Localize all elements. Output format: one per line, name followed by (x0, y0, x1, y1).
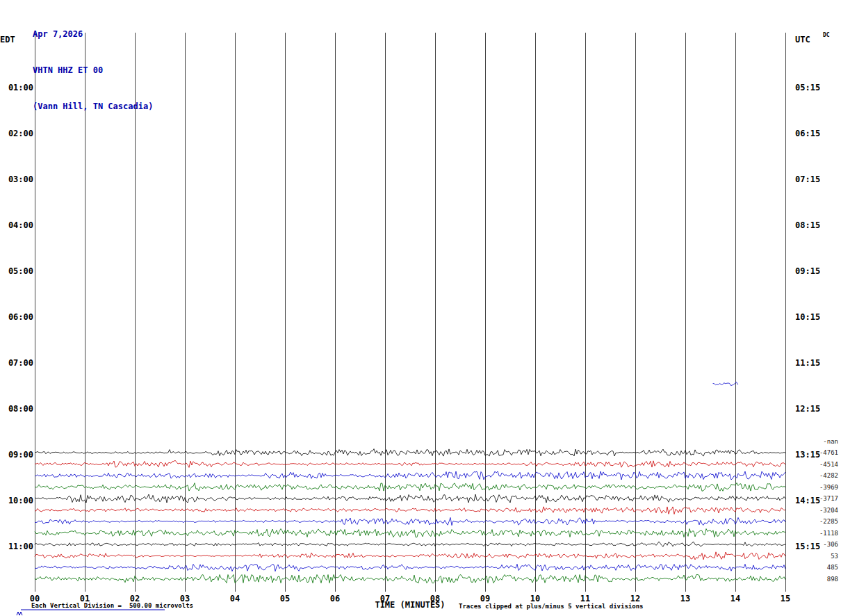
trace-1000 (35, 494, 785, 503)
left-axis-tick: 03:00 (0, 175, 33, 184)
right-axis-tick: 11:15 (795, 358, 820, 368)
left-axis-tick: 05:00 (0, 266, 33, 276)
dc-value: -306 (805, 541, 838, 548)
station-code-label: VHTN HHZ ET 00 (33, 65, 153, 75)
left-axis-label: EDT (0, 35, 15, 44)
x-axis-tick: 05 (277, 594, 293, 603)
dc-value: 53 (805, 553, 838, 560)
clip-note: Traces clipped at plus/minus 5 vertical … (459, 603, 644, 610)
trace-1145 (35, 575, 785, 583)
left-axis-tick: 01:00 (0, 83, 33, 92)
left-axis-tick: 11:00 (0, 542, 33, 551)
dc-column-label: DC (823, 32, 830, 38)
trace-1100 (35, 542, 785, 546)
dc-value: 898 (805, 576, 838, 583)
dc-value: -4282 (805, 472, 838, 479)
left-axis-tick: 02:00 (0, 129, 33, 138)
x-axis-tick: 12 (627, 594, 644, 603)
dc-value: -nan (805, 438, 838, 445)
right-axis-tick: 12:15 (795, 404, 820, 414)
dc-value: -3717 (805, 495, 838, 502)
trace-0730 (713, 382, 738, 386)
date-label: Apr 7,2026 (33, 29, 153, 39)
trace-1015 (35, 507, 785, 514)
right-axis-tick: 06:15 (795, 129, 820, 138)
trace-1045 (35, 529, 785, 537)
right-axis-tick: 05:15 (795, 83, 820, 92)
dc-value: -2285 (805, 518, 838, 525)
trace-1030 (35, 517, 785, 525)
right-axis-tick: 07:15 (795, 175, 820, 184)
trace-0915 (35, 460, 785, 467)
right-axis-tick: 10:15 (795, 312, 820, 322)
trace-1115 (35, 552, 785, 560)
x-axis-tick: 15 (777, 594, 794, 603)
x-axis-tick: 13 (677, 594, 694, 603)
left-axis-tick: 06:00 (0, 312, 33, 322)
left-axis-tick: 09:00 (0, 450, 33, 460)
x-axis-tick: 14 (727, 594, 744, 603)
left-axis-tick: 04:00 (0, 220, 33, 230)
trace-0930 (35, 471, 785, 480)
right-axis-label: UTC (795, 35, 810, 44)
x-axis-tick: 11 (577, 594, 594, 603)
dc-value: 485 (805, 564, 838, 571)
left-axis-tick: 08:00 (0, 404, 33, 414)
dc-value: -4761 (805, 449, 838, 456)
right-axis-tick: 08:15 (795, 220, 820, 230)
left-axis-tick: 10:00 (0, 496, 33, 505)
dc-value: -1118 (805, 530, 838, 537)
dc-value: -4514 (805, 461, 838, 468)
trace-1130 (35, 564, 785, 571)
squiggle-logo-icon (17, 612, 22, 615)
title-block: Apr 7,2026 VHTN HHZ ET 00 (Vann Hill, TN… (33, 3, 153, 124)
station-location-label: (Vann Hill, TN Cascadia) (33, 102, 153, 111)
dc-value: -3969 (805, 484, 838, 491)
x-axis-tick: 10 (527, 594, 544, 603)
trace-0900 (35, 449, 785, 457)
right-axis-tick: 09:15 (795, 266, 820, 276)
left-axis-tick: 07:00 (0, 358, 33, 368)
dc-value: -3204 (805, 507, 838, 514)
scale-note: Each Vertical Division = 500.00 microvol… (31, 602, 193, 609)
trace-0945 (35, 483, 785, 492)
x-axis-tick: 04 (227, 594, 243, 603)
